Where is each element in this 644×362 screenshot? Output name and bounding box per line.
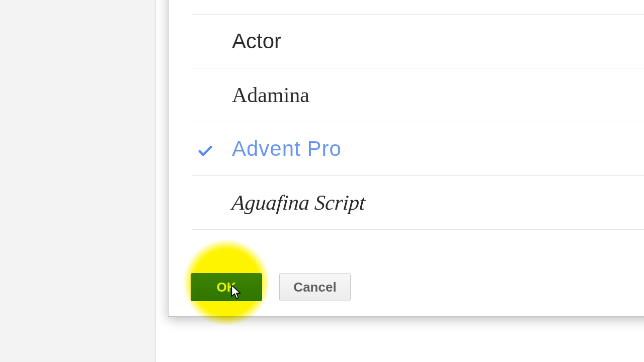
font-list[interactable]: Acme Actor Adamina Advent Pro Aguafina S xyxy=(192,0,644,257)
dialog-footer: OK Cancel xyxy=(169,257,644,301)
font-item-label: Adamina xyxy=(232,83,309,107)
font-item-label: Actor xyxy=(232,29,281,53)
font-item-actor[interactable]: Actor xyxy=(192,15,644,68)
font-item-label: Aguafina Script xyxy=(231,191,366,215)
sidebar-backdrop xyxy=(0,0,156,362)
ok-button[interactable]: OK xyxy=(191,273,262,301)
font-item-label: Advent Pro xyxy=(232,137,342,161)
font-item-adamina[interactable]: Adamina xyxy=(192,68,644,122)
checkmark-icon xyxy=(197,140,214,157)
font-item-acme[interactable]: Acme xyxy=(192,0,644,15)
font-item-advent-pro[interactable]: Advent Pro xyxy=(192,122,644,176)
font-item-aguafina-script[interactable]: Aguafina Script xyxy=(192,176,644,230)
cancel-button[interactable]: Cancel xyxy=(279,273,351,301)
font-picker-dialog: Acme Actor Adamina Advent Pro Aguafina S xyxy=(168,0,644,317)
